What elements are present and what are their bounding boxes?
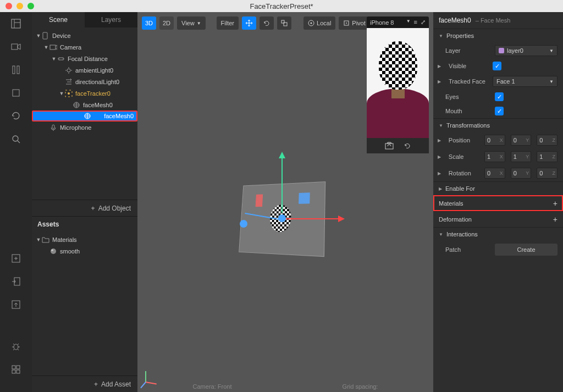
reset-icon[interactable]: [404, 142, 411, 150]
chevron-down-icon[interactable]: ▼: [35, 237, 42, 242]
section-materials[interactable]: Materials+: [433, 195, 563, 211]
plus-icon: +: [94, 380, 98, 388]
tree-item-materials[interactable]: ▼Materials: [32, 234, 137, 245]
svg-rect-4: [13, 66, 15, 74]
chevron-right-icon[interactable]: ▶: [438, 138, 443, 143]
row-tracked-face: ▶ Tracked Face Face 1▼: [433, 73, 563, 90]
upload-icon[interactable]: [10, 299, 22, 311]
layout-icon[interactable]: [10, 18, 22, 30]
position-x-input[interactable]: 0X: [484, 135, 505, 146]
gizmo-center[interactable]: [278, 214, 286, 222]
tree-item-directionallight0[interactable]: directionalLight0: [32, 76, 137, 87]
chevron-right-icon[interactable]: ▶: [438, 64, 443, 69]
add-material-button[interactable]: +: [553, 199, 558, 208]
export-icon[interactable]: [10, 275, 22, 288]
section-transformations[interactable]: ▼Transformations: [433, 118, 563, 132]
inspector-panel: faceMesh0 – Face Mesh ▼Properties Layer …: [433, 12, 563, 392]
rotation-y-input[interactable]: 0Y: [511, 168, 532, 179]
tab-scene[interactable]: Scene: [32, 12, 85, 27]
chevron-down-icon[interactable]: ▼: [58, 91, 65, 96]
tree-item-facemesh0[interactable]: faceMesh0: [32, 99, 137, 111]
section-enable-for[interactable]: ▶Enable For: [433, 181, 563, 195]
tree-item-facemesh0[interactable]: faceMesh0: [32, 111, 137, 122]
mode-2d-button[interactable]: 2D: [159, 16, 174, 30]
eyes-checkbox[interactable]: ✓: [495, 92, 504, 101]
tab-layers[interactable]: Layers: [85, 12, 137, 27]
chevron-down-icon[interactable]: ▼: [51, 56, 57, 62]
tree-item-focal-distance[interactable]: ▼Focal Distance: [32, 53, 137, 64]
sphere-icon: [49, 247, 57, 255]
gizmo-x-arrow[interactable]: [338, 216, 345, 222]
refresh-icon[interactable]: [10, 110, 22, 122]
pivot-toggle[interactable]: Pivot: [339, 16, 369, 30]
local-toggle[interactable]: Local: [303, 16, 335, 30]
preview-face-mesh: [379, 41, 417, 90]
section-interactions[interactable]: ▼Interactions: [433, 227, 563, 241]
chevron-down-icon[interactable]: ▼: [43, 45, 49, 50]
expand-icon[interactable]: ⤢: [421, 19, 426, 26]
chevron-right-icon[interactable]: ▶: [438, 154, 443, 159]
stop-icon[interactable]: [10, 87, 22, 99]
rotation-z-input[interactable]: 0Z: [537, 168, 558, 179]
facetrack-icon: [65, 90, 73, 97]
add-deformation-button[interactable]: +: [553, 215, 558, 224]
viewport-3d[interactable]: 3D 2D View▼ Filter Local Pivot iPhone 8 …: [137, 12, 433, 392]
chevron-down-icon: ▼: [439, 34, 443, 38]
position-z-input[interactable]: 0Z: [537, 135, 558, 146]
mode-3d-button[interactable]: 3D: [142, 16, 156, 30]
tree-item-device[interactable]: ▼Device: [32, 30, 137, 41]
tracked-face-select[interactable]: Face 1▼: [493, 76, 558, 87]
view-dropdown[interactable]: View▼: [177, 16, 206, 30]
search-icon[interactable]: [10, 133, 22, 145]
rotation-x-input[interactable]: 0X: [484, 168, 505, 179]
filter-dropdown[interactable]: Filter: [217, 16, 239, 30]
move-tool-button[interactable]: [242, 16, 256, 30]
visible-label: Visible: [449, 63, 487, 69]
rotate-tool-button[interactable]: [260, 16, 274, 30]
gizmo-y-arrow[interactable]: [279, 152, 285, 158]
tree-item-camera[interactable]: ▼Camera: [32, 41, 137, 53]
scene-object-red: [256, 194, 263, 207]
chevron-right-icon[interactable]: ▶: [438, 79, 443, 84]
tree-item-microphone[interactable]: Microphone: [32, 122, 137, 133]
pause-icon[interactable]: [10, 64, 22, 76]
add-asset-button[interactable]: + Add Asset: [32, 376, 137, 392]
grid-icon[interactable]: [10, 363, 22, 376]
tree-item-ambientlight0[interactable]: ambientLight0: [32, 64, 137, 76]
camera-switch-icon[interactable]: [385, 142, 394, 150]
tree-item-facetracker0[interactable]: ▼faceTracker0: [32, 87, 137, 99]
inspector-object-name[interactable]: faceMesh0: [439, 16, 471, 24]
tree-item-smooth[interactable]: smooth: [32, 245, 137, 257]
create-patch-button[interactable]: Create: [495, 244, 558, 256]
zoom-window-button[interactable]: [27, 3, 34, 9]
add-object-button[interactable]: + Add Object: [32, 200, 137, 216]
visible-checkbox[interactable]: ✓: [493, 62, 501, 70]
section-deformation[interactable]: Deformation+: [433, 211, 563, 227]
preview-device-label[interactable]: iPhone 8: [370, 19, 394, 26]
chevron-right-icon[interactable]: ▶: [438, 171, 443, 176]
device-icon: [42, 32, 49, 40]
position-y-input[interactable]: 0Y: [511, 135, 532, 146]
minimize-window-button[interactable]: [16, 3, 23, 9]
scale-x-input[interactable]: 1X: [484, 151, 505, 162]
video-icon[interactable]: [10, 41, 22, 53]
layer-select[interactable]: layer0▼: [495, 45, 558, 56]
section-properties[interactable]: ▼Properties: [433, 29, 563, 42]
gizmo-x-axis[interactable]: [283, 218, 338, 219]
tree-item-label: Materials: [52, 236, 77, 243]
chevron-down-icon[interactable]: ▼: [406, 19, 411, 26]
layer-label: Layer: [445, 47, 489, 54]
gizmo-z-handle[interactable]: [240, 220, 247, 228]
scale-z-input[interactable]: 1Z: [537, 151, 558, 162]
scale-y-input[interactable]: 1Y: [511, 151, 532, 162]
scale-tool-button[interactable]: [277, 16, 291, 30]
device-preview: iPhone 8 ▼ ≡ ⤢: [367, 16, 429, 153]
chevron-down-icon[interactable]: ▼: [35, 33, 42, 38]
assets-title: Assets: [32, 216, 137, 231]
mouth-checkbox[interactable]: ✓: [495, 107, 504, 115]
gizmo-y-axis[interactable]: [282, 158, 283, 213]
add-icon[interactable]: [10, 252, 22, 264]
close-window-button[interactable]: [5, 3, 12, 9]
bug-icon[interactable]: [10, 340, 22, 352]
menu-icon[interactable]: ≡: [414, 19, 417, 26]
